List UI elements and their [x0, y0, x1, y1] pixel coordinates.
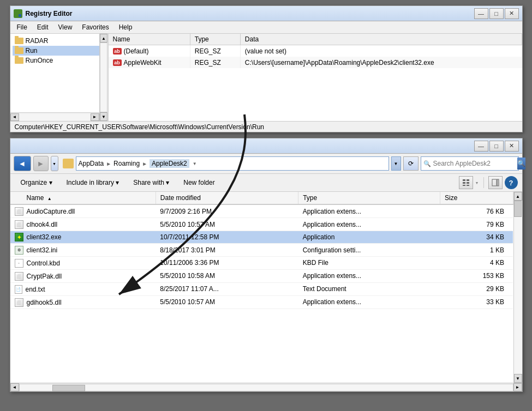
svg-rect-4: [19, 14, 21, 17]
vscroll-thumb[interactable]: [514, 201, 522, 217]
refresh-button[interactable]: ⟳: [403, 156, 419, 171]
kbd-icon: ▫: [15, 259, 23, 268]
preview-pane-btn[interactable]: [488, 176, 503, 189]
explorer-minimize-btn[interactable]: —: [474, 141, 488, 152]
file-row-3[interactable]: ⚙ client32.ini 8/18/2017 3:01 PM Configu…: [10, 244, 513, 257]
help-button[interactable]: ?: [505, 176, 518, 189]
explorer-maximize-btn[interactable]: □: [489, 141, 504, 152]
registry-values-panel: Name Type Data ab (Default): [109, 34, 522, 121]
hscroll-right[interactable]: ►: [91, 113, 99, 121]
reg-col-name[interactable]: Name: [109, 34, 190, 45]
svg-rect-11: [492, 179, 497, 186]
vscroll-down-btn[interactable]: ▼: [514, 374, 522, 383]
file-hscroll[interactable]: ◄ ►: [10, 383, 522, 391]
path-dropdown-btn[interactable]: ▼: [391, 156, 401, 171]
reg-row-default[interactable]: ab (Default) REG_SZ (value not set): [109, 45, 522, 57]
path-appdata[interactable]: AppData: [79, 160, 104, 167]
registry-title: Registry Editor: [26, 10, 73, 17]
search-input[interactable]: [433, 160, 515, 167]
file-row-6[interactable]: 📄 end.txt 8/25/2017 11:07 A... Text Docu…: [10, 282, 513, 295]
file-name-cell: ⬜ clhook4.dll: [15, 220, 58, 229]
file-name-cell: ⬜ gdihook5.dll: [15, 298, 62, 307]
nav-dropdown-btn[interactable]: ▼: [51, 156, 58, 171]
tree-item-runonce[interactable]: RunOnce: [13, 56, 106, 65]
reg-row-applewebkit[interactable]: ab AppleWebKit REG_SZ C:\Users\[username…: [109, 57, 522, 68]
vscroll-up-btn[interactable]: ▲: [514, 192, 522, 201]
registry-maximize-btn[interactable]: □: [489, 8, 504, 19]
file-vscroll[interactable]: ▲ ▼: [513, 192, 522, 383]
file-name-cell: ⬜ CryptPak.dll: [15, 272, 62, 281]
svg-rect-5: [463, 179, 465, 181]
share-with-button[interactable]: Share with ▾: [127, 176, 175, 189]
col-size[interactable]: Size: [440, 192, 513, 204]
folder-icon: [15, 38, 23, 44]
file-row-5[interactable]: ⬜ CryptPak.dll 5/5/2010 10:58 AM Applica…: [10, 269, 513, 282]
folder-icon: [15, 57, 23, 64]
registry-menu-favorites[interactable]: Favorites: [77, 22, 113, 32]
registry-content: RADAR Run RunOnce ▲ ▼: [10, 34, 522, 121]
include-in-library-button[interactable]: Include in library ▾: [61, 176, 125, 189]
reg-icon-applewebkit: ab AppleWebKit: [113, 59, 162, 67]
registry-menu-help[interactable]: Help: [115, 22, 137, 32]
file-name-cell: ▫ Control.kbd: [15, 259, 60, 268]
registry-close-btn[interactable]: ✕: [505, 8, 519, 19]
hscroll-left[interactable]: ◄: [10, 113, 19, 121]
search-box: 🔍 🔍: [421, 156, 519, 171]
svg-rect-7: [463, 185, 465, 186]
registry-menu-edit[interactable]: Edit: [33, 22, 53, 32]
scroll-down-arrow[interactable]: ▼: [100, 112, 107, 121]
path-appledesk2[interactable]: AppleDesk2: [150, 159, 189, 168]
search-glass-icon: 🔍: [423, 160, 431, 167]
address-folder-icon: [63, 159, 74, 168]
dll-icon: ⬜: [15, 207, 23, 216]
registry-menu-file[interactable]: File: [13, 22, 32, 32]
registry-tree-scrollbar[interactable]: ▲ ▼: [99, 34, 108, 121]
explorer-close-btn[interactable]: ✕: [505, 141, 519, 152]
reg-col-data[interactable]: Data: [240, 34, 522, 45]
hscroll-thumb[interactable]: [52, 385, 85, 391]
col-type[interactable]: Type: [298, 192, 440, 204]
registry-minimize-btn[interactable]: —: [474, 8, 488, 19]
svg-rect-2: [19, 10, 21, 13]
tree-item-radar[interactable]: RADAR: [13, 36, 106, 46]
forward-button[interactable]: ►: [33, 156, 49, 171]
vscroll-track[interactable]: [514, 201, 522, 374]
exe-icon: ✦: [15, 233, 23, 241]
back-button[interactable]: ◄: [14, 156, 31, 171]
file-row-1[interactable]: ⬜ clhook4.dll 5/5/2010 10:57 AM Applicat…: [10, 218, 513, 231]
file-row-7[interactable]: ⬜ gdihook5.dll 5/5/2010 10:57 AM Applica…: [10, 295, 513, 309]
hscroll-track[interactable]: [19, 384, 513, 391]
svg-rect-9: [467, 182, 469, 184]
view-details-btn[interactable]: [459, 176, 473, 189]
view-dropdown-arrow[interactable]: ▼: [475, 181, 479, 185]
new-folder-button[interactable]: New folder: [177, 176, 220, 189]
explorer-address-bar: ◄ ► ▼ AppData ► Roaming ► AppleDesk2 ▼: [10, 154, 522, 174]
path-chevron-2: ►: [141, 161, 148, 167]
txt-icon: 📄: [15, 285, 22, 294]
file-row-4[interactable]: ▫ Control.kbd 10/11/2006 3:36 PM KBD Fil…: [10, 257, 513, 270]
organize-button[interactable]: Organize ▾: [15, 176, 58, 189]
col-date[interactable]: Date modified: [156, 192, 298, 204]
dll-icon: ⬜: [15, 272, 23, 281]
reg-col-type[interactable]: Type: [190, 34, 240, 45]
toolbar-sep: [483, 177, 484, 188]
file-name-cell: ⬜ AudioCapture.dll: [15, 207, 75, 216]
file-name-cell: 📄 end.txt: [15, 285, 45, 294]
scroll-track[interactable]: [100, 43, 107, 112]
path-expand-btn[interactable]: ▼: [193, 161, 197, 166]
address-path[interactable]: AppData ► Roaming ► AppleDesk2 ▼: [76, 156, 389, 171]
file-row-2[interactable]: ✦ client32.exe 10/7/2011 12:58 PM Applic…: [10, 231, 513, 244]
file-table: Name ▲ Date modified Type Size ⬜ AudioCa: [10, 192, 513, 309]
hscroll-left-btn[interactable]: ◄: [10, 383, 19, 391]
file-name-cell: ✦ client32.exe: [15, 233, 62, 241]
col-name[interactable]: Name ▲: [10, 192, 156, 204]
registry-menu-view[interactable]: View: [54, 22, 77, 32]
scroll-up-arrow[interactable]: ▲: [100, 34, 107, 43]
hscroll-right-btn[interactable]: ►: [513, 383, 522, 391]
sort-arrow-name: ▲: [47, 196, 52, 201]
tree-item-run[interactable]: Run: [13, 46, 106, 56]
search-submit-btn[interactable]: 🔍: [517, 158, 525, 170]
file-row-0[interactable]: ⬜ AudioCapture.dll 9/7/2009 2:16 PM Appl…: [10, 204, 513, 218]
path-roaming[interactable]: Roaming: [113, 160, 140, 167]
hscroll-track[interactable]: [19, 114, 91, 120]
